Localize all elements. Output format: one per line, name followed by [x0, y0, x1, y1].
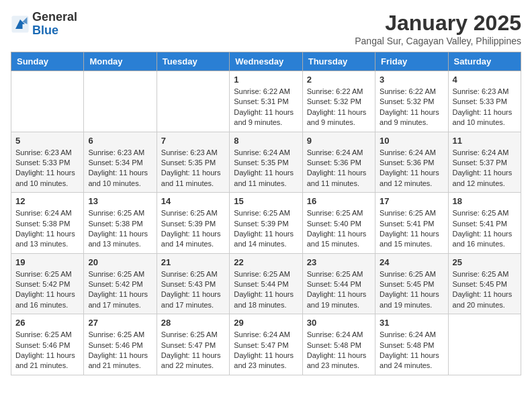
calendar-week-row: 12Sunrise: 6:24 AMSunset: 5:38 PMDayligh…	[11, 193, 521, 254]
calendar-cell: 8Sunrise: 6:24 AMSunset: 5:35 PMDaylight…	[230, 132, 302, 193]
calendar-body: 1Sunrise: 6:22 AMSunset: 5:31 PMDaylight…	[11, 71, 521, 375]
day-info: Sunrise: 6:23 AMSunset: 5:34 PMDaylight:…	[88, 148, 152, 189]
day-number: 26	[15, 318, 79, 328]
day-number: 27	[88, 318, 152, 328]
day-number: 28	[161, 318, 225, 328]
calendar-cell: 11Sunrise: 6:24 AMSunset: 5:37 PMDayligh…	[448, 132, 521, 193]
day-info: Sunrise: 6:24 AMSunset: 5:37 PMDaylight:…	[453, 148, 517, 189]
calendar-cell: 24Sunrise: 6:25 AMSunset: 5:45 PMDayligh…	[375, 253, 448, 314]
calendar-cell: 22Sunrise: 6:25 AMSunset: 5:44 PMDayligh…	[230, 253, 302, 314]
title-block: January 2025 Pangal Sur, Cagayan Valley,…	[355, 11, 521, 46]
logo-blue-text: Blue	[32, 24, 58, 37]
day-info: Sunrise: 6:24 AMSunset: 5:35 PMDaylight:…	[234, 148, 298, 189]
day-info: Sunrise: 6:22 AMSunset: 5:32 PMDaylight:…	[380, 87, 443, 128]
calendar-cell	[157, 71, 229, 132]
day-number: 29	[234, 318, 298, 328]
logo-general-text: General	[32, 10, 77, 24]
day-number: 16	[307, 196, 371, 206]
day-of-week-friday: Friday	[375, 52, 448, 71]
calendar-cell: 10Sunrise: 6:24 AMSunset: 5:36 PMDayligh…	[375, 132, 448, 193]
calendar-cell: 20Sunrise: 6:25 AMSunset: 5:42 PMDayligh…	[84, 253, 157, 314]
day-info: Sunrise: 6:25 AMSunset: 5:45 PMDaylight:…	[380, 269, 443, 311]
day-info: Sunrise: 6:25 AMSunset: 5:42 PMDaylight:…	[15, 269, 79, 311]
day-number: 25	[453, 257, 517, 267]
day-info: Sunrise: 6:23 AMSunset: 5:35 PMDaylight:…	[161, 148, 225, 189]
calendar-cell: 1Sunrise: 6:22 AMSunset: 5:31 PMDaylight…	[230, 71, 302, 132]
day-number: 13	[88, 196, 152, 206]
day-info: Sunrise: 6:25 AMSunset: 5:44 PMDaylight:…	[307, 269, 371, 311]
day-info: Sunrise: 6:25 AMSunset: 5:47 PMDaylight:…	[161, 330, 225, 371]
month-title: January 2025	[355, 11, 521, 36]
day-info: Sunrise: 6:24 AMSunset: 5:48 PMDaylight:…	[307, 330, 371, 371]
calendar-week-row: 19Sunrise: 6:25 AMSunset: 5:42 PMDayligh…	[11, 253, 521, 314]
day-number: 5	[15, 136, 79, 146]
day-number: 18	[453, 196, 517, 206]
day-number: 4	[453, 75, 517, 85]
day-info: Sunrise: 6:23 AMSunset: 5:33 PMDaylight:…	[453, 87, 517, 128]
calendar-cell: 2Sunrise: 6:22 AMSunset: 5:32 PMDaylight…	[302, 71, 375, 132]
calendar-cell: 16Sunrise: 6:25 AMSunset: 5:40 PMDayligh…	[302, 193, 375, 254]
day-of-week-sunday: Sunday	[11, 52, 84, 71]
day-info: Sunrise: 6:25 AMSunset: 5:39 PMDaylight:…	[234, 208, 298, 250]
day-info: Sunrise: 6:24 AMSunset: 5:36 PMDaylight:…	[380, 148, 443, 189]
calendar-cell	[448, 314, 521, 375]
day-info: Sunrise: 6:24 AMSunset: 5:48 PMDaylight:…	[380, 330, 443, 371]
day-info: Sunrise: 6:24 AMSunset: 5:47 PMDaylight:…	[234, 330, 298, 371]
calendar-cell	[84, 71, 157, 132]
day-number: 21	[161, 257, 225, 267]
day-number: 22	[234, 257, 298, 267]
day-number: 8	[234, 136, 298, 146]
day-info: Sunrise: 6:24 AMSunset: 5:36 PMDaylight:…	[307, 148, 371, 189]
calendar-cell: 9Sunrise: 6:24 AMSunset: 5:36 PMDaylight…	[302, 132, 375, 193]
day-number: 11	[453, 136, 517, 146]
calendar-cell: 7Sunrise: 6:23 AMSunset: 5:35 PMDaylight…	[157, 132, 229, 193]
day-info: Sunrise: 6:23 AMSunset: 5:33 PMDaylight:…	[15, 148, 79, 189]
day-info: Sunrise: 6:25 AMSunset: 5:41 PMDaylight:…	[380, 208, 443, 250]
calendar-cell: 12Sunrise: 6:24 AMSunset: 5:38 PMDayligh…	[11, 193, 84, 254]
day-number: 7	[161, 136, 225, 146]
day-number: 12	[15, 196, 79, 206]
calendar-cell: 17Sunrise: 6:25 AMSunset: 5:41 PMDayligh…	[375, 193, 448, 254]
calendar-cell: 13Sunrise: 6:25 AMSunset: 5:38 PMDayligh…	[84, 193, 157, 254]
calendar-cell: 5Sunrise: 6:23 AMSunset: 5:33 PMDaylight…	[11, 132, 84, 193]
day-of-week-wednesday: Wednesday	[230, 52, 302, 71]
day-info: Sunrise: 6:25 AMSunset: 5:42 PMDaylight:…	[88, 269, 152, 311]
calendar-cell: 4Sunrise: 6:23 AMSunset: 5:33 PMDaylight…	[448, 71, 521, 132]
day-of-week-tuesday: Tuesday	[157, 52, 229, 71]
day-info: Sunrise: 6:24 AMSunset: 5:38 PMDaylight:…	[15, 208, 79, 250]
calendar-week-row: 1Sunrise: 6:22 AMSunset: 5:31 PMDaylight…	[11, 71, 521, 132]
day-info: Sunrise: 6:25 AMSunset: 5:40 PMDaylight:…	[307, 208, 371, 250]
day-number: 19	[15, 257, 79, 267]
day-of-week-header-row: SundayMondayTuesdayWednesdayThursdayFrid…	[11, 52, 521, 71]
day-number: 24	[380, 257, 443, 267]
day-info: Sunrise: 6:25 AMSunset: 5:39 PMDaylight:…	[161, 208, 225, 250]
day-info: Sunrise: 6:25 AMSunset: 5:44 PMDaylight:…	[234, 269, 298, 311]
day-info: Sunrise: 6:25 AMSunset: 5:43 PMDaylight:…	[161, 269, 225, 311]
calendar-cell: 14Sunrise: 6:25 AMSunset: 5:39 PMDayligh…	[157, 193, 229, 254]
day-number: 14	[161, 196, 225, 206]
day-number: 2	[307, 75, 371, 85]
calendar-cell	[11, 71, 84, 132]
calendar-cell: 26Sunrise: 6:25 AMSunset: 5:46 PMDayligh…	[11, 314, 84, 375]
calendar-cell: 19Sunrise: 6:25 AMSunset: 5:42 PMDayligh…	[11, 253, 84, 314]
day-info: Sunrise: 6:22 AMSunset: 5:31 PMDaylight:…	[234, 87, 298, 128]
day-number: 15	[234, 196, 298, 206]
calendar-cell: 30Sunrise: 6:24 AMSunset: 5:48 PMDayligh…	[302, 314, 375, 375]
day-info: Sunrise: 6:22 AMSunset: 5:32 PMDaylight:…	[307, 87, 371, 128]
day-number: 6	[88, 136, 152, 146]
day-info: Sunrise: 6:25 AMSunset: 5:38 PMDaylight:…	[88, 208, 152, 250]
day-number: 1	[234, 75, 298, 85]
calendar-week-row: 26Sunrise: 6:25 AMSunset: 5:46 PMDayligh…	[11, 314, 521, 375]
logo-icon	[11, 15, 30, 34]
calendar-cell: 15Sunrise: 6:25 AMSunset: 5:39 PMDayligh…	[230, 193, 302, 254]
day-number: 10	[380, 136, 443, 146]
calendar-week-row: 5Sunrise: 6:23 AMSunset: 5:33 PMDaylight…	[11, 132, 521, 193]
location-subtitle: Pangal Sur, Cagayan Valley, Philippines	[355, 36, 521, 46]
calendar-cell: 29Sunrise: 6:24 AMSunset: 5:47 PMDayligh…	[230, 314, 302, 375]
day-info: Sunrise: 6:25 AMSunset: 5:46 PMDaylight:…	[88, 330, 152, 371]
day-number: 3	[380, 75, 443, 85]
calendar-cell: 6Sunrise: 6:23 AMSunset: 5:34 PMDaylight…	[84, 132, 157, 193]
day-number: 30	[307, 318, 371, 328]
calendar-cell: 25Sunrise: 6:25 AMSunset: 5:45 PMDayligh…	[448, 253, 521, 314]
calendar-cell: 18Sunrise: 6:25 AMSunset: 5:41 PMDayligh…	[448, 193, 521, 254]
